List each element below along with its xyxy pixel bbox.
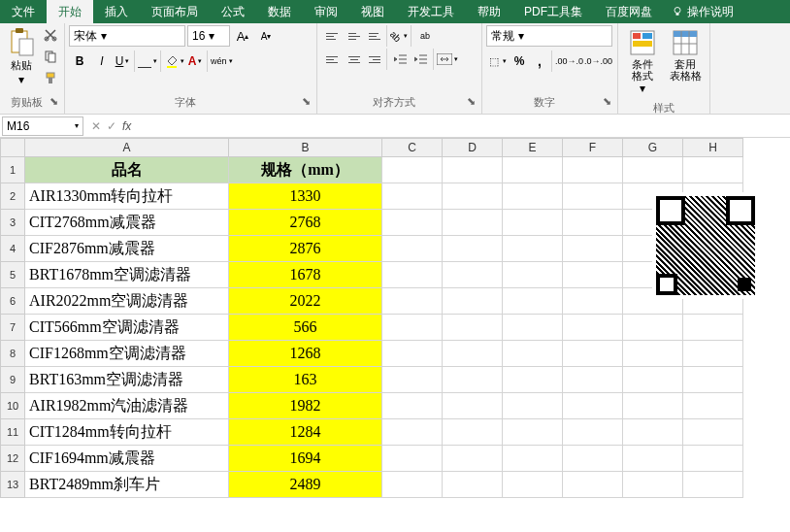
- cell-D7[interactable]: [443, 315, 503, 341]
- col-head-C[interactable]: C: [382, 138, 443, 157]
- table-format-button[interactable]: 套用 表格格: [665, 25, 706, 85]
- italic-button[interactable]: I: [91, 50, 113, 72]
- cell-B2[interactable]: 1330: [229, 183, 382, 210]
- cell-A13[interactable]: BRT2489mm刹车片: [25, 472, 229, 498]
- tab-formulas[interactable]: 公式: [210, 0, 256, 23]
- cell-D5[interactable]: [443, 262, 503, 288]
- cell-F1[interactable]: [563, 157, 623, 183]
- col-head-D[interactable]: D: [443, 138, 503, 157]
- cell-C5[interactable]: [382, 262, 443, 288]
- comma-button[interactable]: [531, 50, 552, 72]
- cell-C2[interactable]: [382, 183, 443, 210]
- cell-E10[interactable]: [503, 393, 563, 419]
- cell-G1[interactable]: [623, 157, 683, 183]
- select-all-corner[interactable]: [0, 138, 25, 157]
- cell-D10[interactable]: [443, 393, 503, 419]
- row-head-5[interactable]: 5: [0, 262, 25, 288]
- cell-F5[interactable]: [563, 262, 623, 288]
- cell-B4[interactable]: 2876: [229, 236, 382, 262]
- border-button[interactable]: ▾: [138, 50, 161, 72]
- cell-A3[interactable]: CIT2768mm减震器: [25, 210, 229, 236]
- cell-B5[interactable]: 1678: [229, 262, 382, 288]
- tab-file[interactable]: 文件: [0, 0, 47, 23]
- cell-B12[interactable]: 1694: [229, 446, 382, 472]
- cell-H9[interactable]: [683, 367, 743, 393]
- col-head-H[interactable]: H: [683, 138, 743, 157]
- tab-layout[interactable]: 页面布局: [140, 0, 210, 23]
- cell-E9[interactable]: [503, 367, 563, 393]
- cell-D13[interactable]: [443, 472, 503, 498]
- col-head-F[interactable]: F: [563, 138, 623, 157]
- cell-G12[interactable]: [623, 446, 683, 472]
- align-right-button[interactable]: [366, 49, 387, 70]
- underline-button[interactable]: U▾: [114, 50, 135, 72]
- cell-F13[interactable]: [563, 472, 623, 498]
- row-head-1[interactable]: 1: [0, 157, 25, 183]
- tab-home[interactable]: 开始: [47, 0, 93, 23]
- cell-B1[interactable]: 规格（mm）: [229, 157, 382, 183]
- cell-E3[interactable]: [503, 210, 563, 236]
- copy-button[interactable]: [41, 47, 60, 66]
- cell-B3[interactable]: 2768: [229, 210, 382, 236]
- cell-A11[interactable]: CIT1284mm转向拉杆: [25, 419, 229, 446]
- cell-G13[interactable]: [623, 472, 683, 498]
- formula-input[interactable]: [137, 116, 790, 135]
- cell-C1[interactable]: [382, 157, 443, 183]
- tab-pdf[interactable]: PDF工具集: [512, 0, 594, 23]
- cell-D1[interactable]: [443, 157, 503, 183]
- cell-H10[interactable]: [683, 393, 743, 419]
- increase-indent-button[interactable]: [412, 49, 434, 70]
- align-bottom-button[interactable]: [366, 25, 387, 47]
- accounting-format-button[interactable]: ⬚▾: [486, 50, 508, 72]
- tab-insert[interactable]: 插入: [93, 0, 140, 23]
- font-size-combo[interactable]: 16▾: [187, 25, 230, 47]
- cell-C8[interactable]: [382, 341, 443, 367]
- cell-F9[interactable]: [563, 367, 623, 393]
- cell-B13[interactable]: 2489: [229, 472, 382, 498]
- cell-D12[interactable]: [443, 446, 503, 472]
- row-head-4[interactable]: 4: [0, 236, 25, 262]
- tab-help[interactable]: 帮助: [466, 0, 512, 23]
- row-head-6[interactable]: 6: [0, 288, 25, 315]
- row-head-12[interactable]: 12: [0, 446, 25, 472]
- increase-font-button[interactable]: A▴: [232, 25, 253, 47]
- font-name-combo[interactable]: 宋体▾: [69, 25, 185, 47]
- cell-F6[interactable]: [563, 288, 623, 315]
- col-head-A[interactable]: A: [25, 138, 229, 157]
- row-head-9[interactable]: 9: [0, 367, 25, 393]
- cell-C13[interactable]: [382, 472, 443, 498]
- decrease-decimal-button[interactable]: .0→.00: [584, 50, 612, 72]
- cell-F12[interactable]: [563, 446, 623, 472]
- cell-H11[interactable]: [683, 419, 743, 446]
- cell-A10[interactable]: AIR1982mm汽油滤清器: [25, 393, 229, 419]
- cell-E8[interactable]: [503, 341, 563, 367]
- cell-G7[interactable]: [623, 315, 683, 341]
- row-head-8[interactable]: 8: [0, 341, 25, 367]
- cell-A2[interactable]: AIR1330mm转向拉杆: [25, 183, 229, 210]
- cell-G10[interactable]: [623, 393, 683, 419]
- cell-A4[interactable]: CIF2876mm减震器: [25, 236, 229, 262]
- font-launcher[interactable]: ⬊: [302, 95, 311, 108]
- row-head-2[interactable]: 2: [0, 183, 25, 210]
- decrease-indent-button[interactable]: [390, 49, 411, 70]
- merge-button[interactable]: ▾: [437, 49, 458, 70]
- paste-button[interactable]: 粘贴 ▾: [4, 25, 39, 88]
- number-launcher[interactable]: ⬊: [603, 95, 611, 108]
- cell-H8[interactable]: [683, 341, 743, 367]
- cell-D9[interactable]: [443, 367, 503, 393]
- row-head-13[interactable]: 13: [0, 472, 25, 498]
- tell-me-search[interactable]: 操作说明: [664, 0, 741, 23]
- cell-D11[interactable]: [443, 419, 503, 446]
- alignment-launcher[interactable]: ⬊: [467, 95, 476, 108]
- row-head-11[interactable]: 11: [0, 419, 25, 446]
- conditional-format-button[interactable]: 条件格式▾: [622, 25, 663, 99]
- clipboard-launcher[interactable]: ⬊: [49, 95, 58, 108]
- cell-A5[interactable]: BRT1678mm空调滤清器: [25, 262, 229, 288]
- align-middle-button[interactable]: [344, 25, 365, 47]
- cell-C10[interactable]: [382, 393, 443, 419]
- fill-color-button[interactable]: ▾: [164, 50, 185, 72]
- cell-E5[interactable]: [503, 262, 563, 288]
- row-head-3[interactable]: 3: [0, 210, 25, 236]
- col-head-G[interactable]: G: [623, 138, 683, 157]
- increase-decimal-button[interactable]: .00→.0: [555, 50, 583, 72]
